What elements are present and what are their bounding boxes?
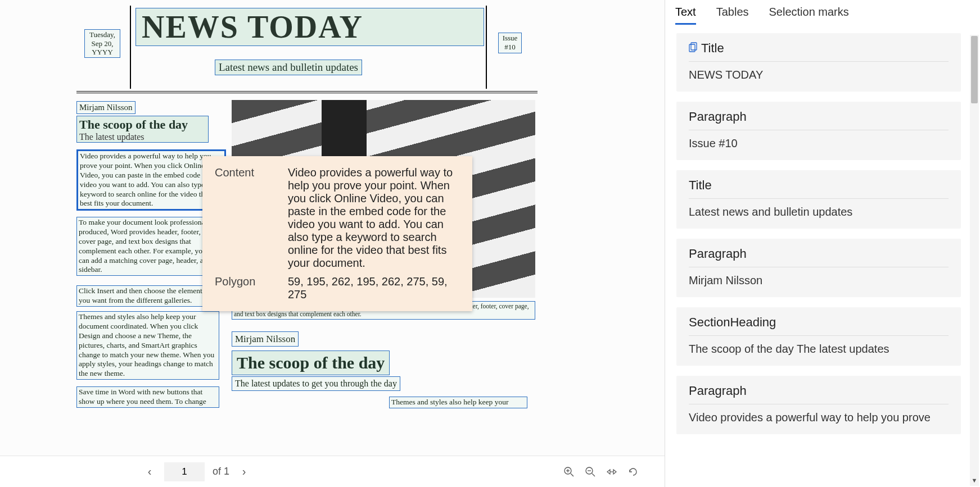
tooltip-content-value: Video provides a powerful way to help yo… [288,166,460,270]
result-value: Mirjam Nilsson [689,274,949,287]
scrollbar[interactable]: ▲ ▼ [970,35,979,486]
svg-line-5 [592,474,595,476]
document-scroll[interactable]: Tuesday, Sep 20, YYYY NEWS TODAY Issue #… [0,0,665,456]
result-type: Paragraph [689,110,949,130]
prev-page-button[interactable]: ‹ [143,465,156,479]
tab-selection-marks[interactable]: Selection marks [769,6,849,25]
result-card[interactable]: TitleLatest news and bulletin updates [676,170,961,229]
rotate-icon[interactable] [626,465,640,479]
heading-2[interactable]: The scoop of the day [232,351,390,375]
issue-box[interactable]: Issue #10 [498,33,522,53]
zoom-in-icon[interactable] [562,465,576,479]
svg-rect-9 [691,43,697,50]
paragraph-2[interactable]: To make your document look professionall… [76,217,219,276]
paragraph-6[interactable]: Themes and styles also help keep your [389,397,527,408]
tabs: Text Tables Selection marks [665,0,980,25]
page-total: of 1 [213,466,229,477]
copy-icon [689,42,698,55]
page-input[interactable] [164,462,205,481]
subtitle[interactable]: Latest news and bulletin updates [215,60,362,75]
results-pane: Text Tables Selection marks TitleNEWS TO… [665,0,980,487]
svg-rect-8 [689,44,695,52]
heading-1b: The latest updates [79,132,206,142]
result-type: Title [689,41,949,62]
pager-bar: ‹ of 1 › [0,456,665,487]
scroll-down-icon[interactable]: ▼ [970,477,979,486]
result-type: SectionHeading [689,315,949,336]
result-type: Paragraph [689,247,949,267]
result-card[interactable]: ParagraphIssue #10 [676,102,961,160]
result-card[interactable]: TitleNEWS TODAY [676,33,961,92]
tooltip-content-label: Content [215,166,288,270]
heading-2b[interactable]: The latest updates to get you through th… [232,376,400,391]
masthead-title[interactable]: NEWS TODAY [136,8,484,46]
scroll-thumb[interactable] [971,36,978,103]
result-card[interactable]: SectionHeadingThe scoop of the day The l… [676,307,961,366]
section-heading-1[interactable]: The scoop of the day The latest updates [76,116,209,143]
tab-tables[interactable]: Tables [716,6,749,25]
content-tooltip: Content Video provides a powerful way to… [202,156,472,311]
fit-width-icon[interactable] [605,465,618,479]
result-value: Latest news and bulletin updates [689,206,949,219]
next-page-button[interactable]: › [237,465,251,479]
result-type: Title [689,178,949,199]
tooltip-polygon-label: Polygon [215,275,288,301]
paragraph-4[interactable]: Themes and styles also help keep your do… [76,311,219,380]
date-box[interactable]: Tuesday, Sep 20, YYYY [84,29,120,58]
document-pane: Tuesday, Sep 20, YYYY NEWS TODAY Issue #… [0,0,665,487]
tab-text[interactable]: Text [675,6,696,25]
result-card[interactable]: ParagraphVideo provides a powerful way t… [676,376,961,434]
result-type: Paragraph [689,384,949,404]
tooltip-polygon-value: 59, 195, 262, 195, 262, 275, 59, 275 [288,275,460,301]
result-value: Issue #10 [689,137,949,150]
heading-1: The scoop of the day [79,117,206,132]
result-value: Video provides a powerful way to help yo… [689,411,949,424]
paragraph-3[interactable]: Click Insert and then choose the element… [76,285,219,307]
svg-line-1 [571,474,573,476]
zoom-out-icon[interactable] [584,465,597,479]
result-value: The scoop of the day The latest updates [689,343,949,356]
author-1[interactable]: Mirjam Nilsson [76,101,136,114]
results-list[interactable]: TitleNEWS TODAYParagraphIssue #10TitleLa… [665,25,980,487]
result-card[interactable]: ParagraphMirjam Nilsson [676,239,961,297]
author-2[interactable]: Mirjam Nilsson [232,331,299,347]
paragraph-5[interactable]: Save time in Word with new buttons that … [76,386,219,408]
result-value: NEWS TODAY [689,69,949,81]
